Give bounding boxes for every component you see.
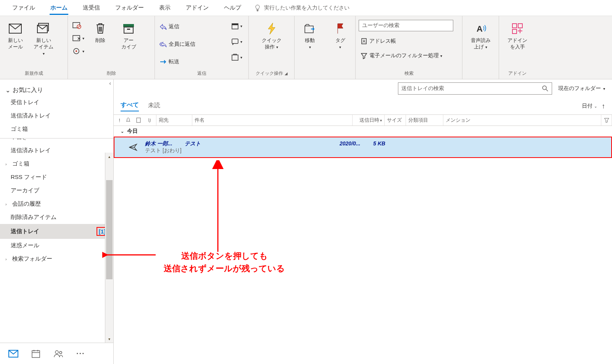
- address-book-button[interactable]: アドレス帳: [359, 37, 459, 46]
- ribbon-group-delete: ▾ ▾ 削除 アー カイブ 削除: [68, 16, 155, 79]
- more-reply-icon[interactable]: ▾: [231, 53, 242, 61]
- archive-button[interactable]: アー カイブ: [116, 20, 141, 52]
- col-flags[interactable]: !: [114, 115, 156, 126]
- col-subject[interactable]: 件名: [192, 115, 353, 126]
- tab-unread[interactable]: 未読: [148, 101, 160, 111]
- filter-email-button[interactable]: 電子メールのフィルター処理 ▾: [359, 51, 459, 60]
- col-filter-icon[interactable]: [601, 115, 612, 126]
- tell-me-search[interactable]: 実行したい作業を入力してください: [254, 5, 349, 11]
- mail-date: 2020/0...: [340, 140, 373, 147]
- scrollbar-thumb[interactable]: [106, 180, 113, 279]
- get-addins-label: アドイン を入手: [507, 37, 527, 50]
- svg-rect-21: [518, 24, 522, 28]
- menu-folder[interactable]: フォルダー: [108, 0, 151, 16]
- chevron-down-icon: ▾: [240, 55, 242, 60]
- item-type-icon: [136, 118, 141, 123]
- get-addins-button[interactable]: アドイン を入手: [502, 20, 533, 52]
- folder-outbox[interactable]: 送信トレイ[1]: [0, 224, 113, 239]
- svg-rect-17: [362, 39, 366, 44]
- folder-clipped[interactable]: 下書き: [0, 139, 113, 144]
- new-item-button[interactable]: 新しい アイテム ▾: [31, 20, 56, 58]
- favorites-header[interactable]: ⌄お気に入り: [0, 85, 113, 96]
- folder-search-folders[interactable]: › 検索フォルダー: [0, 252, 113, 266]
- chevron-right-icon: ›: [5, 162, 11, 166]
- svg-rect-11: [127, 29, 130, 30]
- menu-view[interactable]: 表示: [151, 0, 178, 16]
- reply-all-button[interactable]: 全員に返信: [158, 40, 197, 49]
- annotation-arrow-vertical: [212, 160, 224, 252]
- scroll-down-icon[interactable]: ▾: [105, 335, 113, 343]
- folder-archive[interactable]: アーカイブ: [0, 184, 113, 197]
- folder-inbox[interactable]: 受信トレイ: [0, 96, 113, 109]
- col-to[interactable]: 宛先: [156, 115, 192, 126]
- chevron-down-icon: ▾: [440, 54, 442, 58]
- menu-help[interactable]: ヘルプ: [216, 0, 249, 16]
- ignore-icon[interactable]: [72, 21, 84, 29]
- sort-direction-icon[interactable]: ↑: [602, 102, 605, 110]
- people-nav-icon[interactable]: [53, 350, 63, 358]
- folder-trash-2[interactable]: › ゴミ箱: [0, 157, 113, 171]
- svg-rect-22: [512, 29, 517, 34]
- move-icon: [304, 21, 316, 36]
- chevron-down-icon: ▾: [603, 87, 605, 91]
- folder-conversation-history[interactable]: › 会話の履歴: [0, 197, 113, 211]
- calendar-nav-icon[interactable]: [31, 349, 40, 358]
- delete-button[interactable]: 削除: [88, 20, 113, 45]
- more-nav-icon[interactable]: ···: [76, 349, 85, 358]
- dialog-launcher-icon[interactable]: ◢: [285, 71, 288, 76]
- junk-icon[interactable]: ▾: [72, 47, 84, 55]
- col-date[interactable]: 送信日時▾: [353, 115, 385, 126]
- search-icon[interactable]: [542, 85, 549, 92]
- scope-label: 現在のフォルダー: [558, 85, 601, 92]
- svg-rect-13: [232, 24, 238, 25]
- cleanup-icon[interactable]: ▾: [72, 34, 84, 42]
- reminder-icon: [126, 118, 130, 123]
- lightning-icon: [267, 21, 277, 36]
- annotation-arrow-horizontal: [102, 251, 156, 259]
- folder-sent-2[interactable]: 送信済みトレイ: [0, 144, 113, 157]
- folder-trash[interactable]: ゴミ箱: [0, 122, 113, 136]
- sidebar-scrollbar[interactable]: ▴ ▾: [105, 153, 113, 343]
- read-aloud-button[interactable]: A 音声読み 上げ ▾: [465, 20, 496, 52]
- new-mail-button[interactable]: 新しい メール: [3, 20, 27, 52]
- folder-sent[interactable]: 送信済みトレイ: [0, 109, 113, 122]
- outbox-search-input[interactable]: 送信トレイの検索: [398, 82, 552, 95]
- folder-junk[interactable]: 迷惑メール: [0, 239, 113, 252]
- move-button[interactable]: 移動▾: [298, 20, 322, 52]
- sort-by-date[interactable]: 日付⌄: [582, 103, 597, 110]
- forward-button[interactable]: 転送: [158, 57, 197, 66]
- people-search-input[interactable]: ユーザーの検索: [359, 20, 453, 31]
- date-group-today[interactable]: ⌄今日: [114, 126, 612, 137]
- ribbon-group-quick: クイック 操作 ▾ クイック操作 ◢: [249, 16, 295, 79]
- search-scope-dropdown[interactable]: 現在のフォルダー▾: [555, 82, 608, 95]
- col-mention[interactable]: メンション: [443, 115, 601, 126]
- im-reply-icon[interactable]: ▾: [231, 38, 242, 45]
- tag-button[interactable]: タグ▾: [328, 20, 352, 52]
- column-headers: ! 宛先 件名 送信日時▾ サイズ 分類項目 メンション: [114, 114, 612, 126]
- menu-home[interactable]: ホーム: [43, 0, 75, 16]
- tab-all[interactable]: すべて: [121, 101, 139, 111]
- reply-button[interactable]: 返信: [158, 22, 197, 31]
- scroll-up-icon[interactable]: ▴: [105, 153, 113, 160]
- meeting-reply-icon[interactable]: ▾: [231, 22, 242, 30]
- chevron-down-icon: ▾: [309, 45, 311, 49]
- menu-file[interactable]: ファイル: [5, 0, 43, 16]
- ribbon-group-search: ユーザーの検索 アドレス帳 電子メールのフィルター処理 ▾ 検索: [356, 16, 462, 79]
- mail-size: 5 KB: [373, 140, 395, 147]
- mail-recipient: 鈴木 一郎...: [145, 140, 185, 147]
- folder-deleted-items[interactable]: 削除済みアイテム: [0, 211, 113, 224]
- col-category[interactable]: 分類項目: [406, 115, 443, 126]
- mail-item[interactable]: 鈴木 一郎... テスト 2020/0... 5 KB テスト [おわり]: [114, 137, 612, 158]
- mail-preview: テスト [おわり]: [145, 147, 611, 154]
- quick-steps-button[interactable]: クイック 操作 ▾: [259, 20, 284, 52]
- menu-addin[interactable]: アドイン: [178, 0, 216, 16]
- ribbon-group-quick-label: クイック操作 ◢: [252, 69, 291, 79]
- folder-rss[interactable]: RSS フィード: [0, 171, 113, 184]
- ribbon-group-search-label: 検索: [359, 69, 459, 79]
- content-toolbar: 送信トレイの検索 現在のフォルダー▾: [114, 79, 612, 98]
- chevron-down-icon: ▾: [339, 45, 341, 49]
- importance-icon: !: [119, 118, 120, 123]
- col-size[interactable]: サイズ: [385, 115, 406, 126]
- menu-sendrecv[interactable]: 送受信: [75, 0, 108, 16]
- mail-nav-icon[interactable]: [8, 350, 18, 358]
